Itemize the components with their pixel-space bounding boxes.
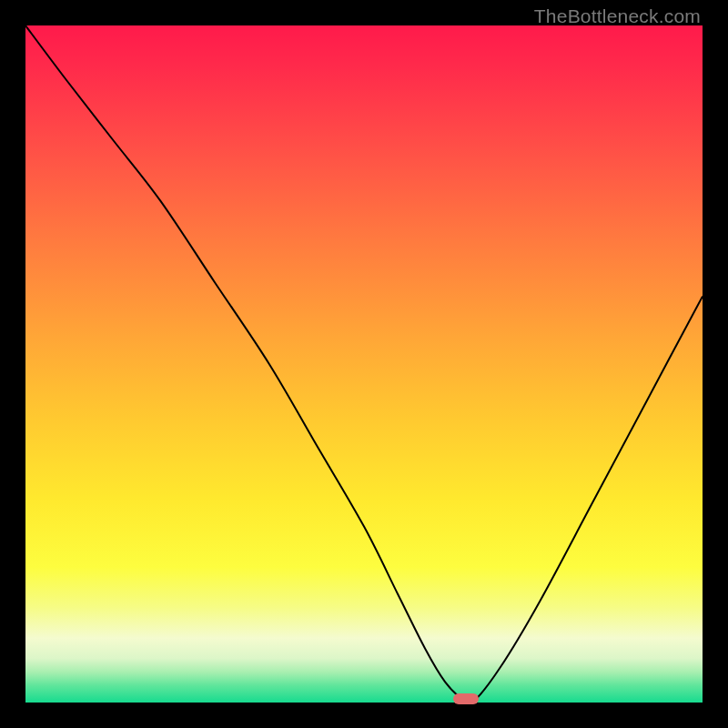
watermark-label: TheBottleneck.com [534, 5, 701, 27]
bottleneck-curve-path [25, 25, 703, 703]
chart-frame: TheBottleneck.com [0, 0, 728, 728]
chart-curve [25, 25, 703, 703]
optimum-marker [453, 693, 479, 704]
plot-area [25, 25, 703, 703]
